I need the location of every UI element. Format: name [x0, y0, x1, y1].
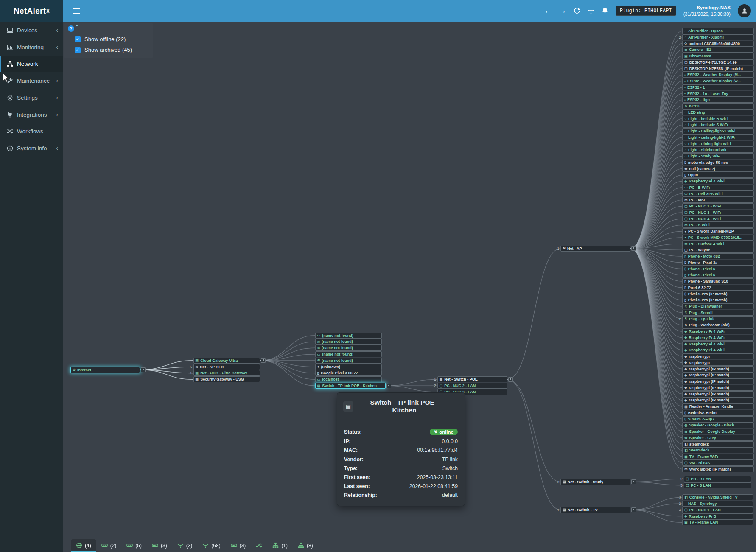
graph-node-rc49[interactable]: ◆Raspberry Pi 4 WiFi: [682, 335, 754, 341]
graph-node-rc46[interactable]: 2↯Plug - Tp-Link: [682, 316, 754, 322]
forward-arrow-icon[interactable]: →: [559, 7, 566, 14]
graph-node-ucg[interactable]: 1▤Net - UCG - Ultra Gateway: [193, 370, 260, 376]
graph-node-rc44[interactable]: ↯Plug - Dishwasher: [682, 303, 754, 309]
graph-node-rc27[interactable]: ▭PC - MSI: [682, 197, 754, 203]
graph-node-nn4[interactable]: ▭(name not found): [315, 351, 382, 357]
graph-node-rc26[interactable]: ▭PC - Dell XPS WiFi: [682, 191, 754, 197]
graph-node-rc62[interactable]: ▯S mum Z-Flip7: [682, 416, 754, 422]
graph-node-nn2[interactable]: ≋(name not found): [315, 339, 382, 345]
show-offline-checkbox[interactable]: ✓ Show offline (22): [75, 36, 150, 42]
sidebar-item-system-info[interactable]: System info‹: [0, 140, 63, 157]
collapse-node-button[interactable]: [631, 246, 636, 251]
graph-node-rc47[interactable]: ↯Plug - Washroom (old): [682, 322, 754, 328]
graph-node-rc64[interactable]: ◍Speaker - Google Display: [682, 429, 754, 434]
sidebar-item-integrations[interactable]: Integrations‹: [0, 106, 63, 123]
graph-node-rc57[interactable]: ◆raspberrypi (IP match): [682, 385, 754, 391]
graph-node-rc40[interactable]: ▯Phone - Samsung S10: [682, 278, 754, 284]
sidebar-item-maintenance[interactable]: Maintenance‹: [0, 72, 63, 89]
graph-node-nuc2[interactable]: 2▢PC - NUC 2 - LAN: [437, 383, 507, 389]
refresh-icon[interactable]: [574, 7, 580, 14]
graph-node-rc54[interactable]: ◆raspberrypi (IP match): [682, 366, 754, 372]
graph-node-localhost[interactable]: ▭localhost: [315, 376, 382, 382]
graph-node-sw-tv[interactable]: 1▤Net - Switch - TV: [560, 507, 630, 513]
graph-node-rc12[interactable]: ↯KP115: [682, 103, 754, 109]
view-tab-sitemap-9[interactable]: (8): [293, 539, 318, 552]
graph-node-rc28[interactable]: ▢PC - NUC 1 - WiFi: [682, 203, 754, 209]
graph-node-rc0[interactable]: ◌Air Purifier - Dyson: [682, 28, 754, 34]
graph-node-rc69[interactable]: ▢VM - NixOS: [682, 460, 754, 466]
collapse-node-button[interactable]: [508, 377, 513, 382]
graph-node-rpi-b[interactable]: ◆Raspberry Pi B: [682, 513, 753, 519]
graph-node-rc4[interactable]: ▣Chromecast: [682, 53, 754, 59]
graph-node-cloud-gw[interactable]: ▤Cloud Gateway Ultra: [193, 358, 260, 364]
graph-node-unknown[interactable]: ●(unknown): [315, 364, 382, 370]
graph-node-rc21[interactable]: ▯motorola-edge-50-neo: [682, 160, 754, 165]
graph-node-ap-old[interactable]: 5≋Net - AP OLD: [193, 364, 260, 370]
graph-node-rc42[interactable]: ▯Pixel-9-Pro (IP match): [682, 291, 754, 297]
graph-node-rc8[interactable]: ▪ESP32 - Weather Display (w...: [682, 78, 754, 84]
graph-node-rc31[interactable]: ▭PC - S WiFi: [682, 222, 754, 228]
graph-node-rc15[interactable]: ◌Light - bedside S WiFi: [682, 122, 754, 128]
graph-node-rc24[interactable]: ◆Raspberry Pi 4 WiFi: [682, 178, 754, 184]
graph-node-rc67[interactable]: ◧Steamdeck: [682, 447, 754, 453]
graph-node-rc38[interactable]: ▯Phone - Pixel 6: [682, 266, 754, 272]
sidebar-item-settings[interactable]: Settings‹: [0, 89, 63, 106]
graph-node-rc35[interactable]: ▢PC - Wayne: [682, 247, 754, 253]
graph-node-rc25[interactable]: ▭PC - B WiFi: [682, 185, 754, 191]
graph-node-rc32[interactable]: ●PC - S work Daniels-MBP: [682, 228, 754, 234]
graph-node-rc63[interactable]: ◍Speaker - Google - Black: [682, 422, 754, 428]
graph-node-nn1[interactable]: ▭(name not found): [315, 333, 382, 339]
graph-node-rc30[interactable]: ▢PC - NUC 4 - WiFi: [682, 216, 754, 222]
graph-node-nn5[interactable]: ≋(name not found): [315, 358, 382, 364]
show-archived-checkbox[interactable]: ✓ Show archived (45): [75, 47, 150, 53]
bell-icon[interactable]: [602, 7, 608, 14]
view-tab-wifi-4[interactable]: (3): [172, 539, 198, 552]
graph-node-nn3[interactable]: ≋(name not found): [315, 345, 382, 351]
graph-node-rc3[interactable]: ◉Camera - E1: [682, 47, 754, 53]
graph-node-net-ap[interactable]: 1≋Net - AP: [560, 246, 630, 252]
graph-node-rc66[interactable]: ◧steamdeck: [682, 441, 754, 447]
graph-node-rc52[interactable]: ◆raspberrypi: [682, 353, 754, 359]
graph-node-usg[interactable]: ▤Security Gateway - USG: [193, 376, 260, 382]
sidebar-item-monitoring[interactable]: Monitoring‹: [0, 39, 63, 56]
graph-node-rc70[interactable]: ▭Work laptop (IP match): [682, 466, 754, 472]
graph-node-rc56[interactable]: ◆raspberrypi (IP match): [682, 378, 754, 384]
graph-node-rc51[interactable]: ◆Raspberry Pi 4 WiFi: [682, 347, 754, 353]
graph-node-rc10[interactable]: ▪ESP32 - 1n - Laser Toy: [682, 91, 754, 97]
collapse-node-button[interactable]: [261, 358, 266, 363]
sidebar-item-network[interactable]: Network: [0, 56, 63, 72]
graph-node-rc18[interactable]: ◌Light - Dining light WiFi: [682, 141, 754, 147]
graph-node-rc6[interactable]: ▢DESKTOP-N7E55N (IP match): [682, 66, 754, 72]
graph-node-rc19[interactable]: ◌Light - Sideboard WiFi: [682, 147, 754, 153]
sidebar-item-workflows[interactable]: Workflows: [0, 123, 63, 140]
graph-node-rc58[interactable]: ◆raspberrypi (IP match): [682, 391, 754, 397]
graph-node-rc2[interactable]: ◇android-C8G08b93c00b4690: [682, 41, 754, 47]
graph-node-rc53[interactable]: ◆raspberrypi: [682, 360, 754, 366]
graph-node-rc68[interactable]: ▣TV - Frame WiFi: [682, 454, 754, 460]
view-tab-globe-0[interactable]: (4): [71, 539, 96, 552]
graph-node-rc14[interactable]: ◌Light - bedside B WiFi: [682, 116, 754, 122]
graph-node-rc1[interactable]: 2◌Air Purifier - Xiaomi: [682, 34, 754, 40]
graph-node-rc55[interactable]: ◆raspberrypi (IP match): [682, 372, 754, 378]
graph-node-rc59[interactable]: ◆raspberrypi (IP match): [682, 397, 754, 403]
graph-node-sw-study[interactable]: 3▤Net - Switch - Study: [560, 479, 630, 485]
graph-node-rc41[interactable]: ▯Pixel-6 82:72: [682, 285, 754, 291]
graph-node-nas[interactable]: 2≡NAS - Synology: [682, 501, 753, 507]
view-tab-shuffle-7[interactable]: [251, 539, 267, 552]
graph-node-rc20[interactable]: ◌Light - Study WiFi: [682, 153, 754, 159]
graph-node-rc39[interactable]: ▯Phone - Pixel 6: [682, 272, 754, 278]
view-tab-switch-6[interactable]: (3): [226, 539, 251, 552]
graph-node-rc13[interactable]: ◌LED strip: [682, 109, 754, 115]
collapse-node-button[interactable]: [386, 384, 391, 388]
view-tab-wifi-5[interactable]: (68): [197, 539, 225, 552]
graph-node-rc16[interactable]: ◌Light - Ceiling-light-1 WiFi: [682, 128, 754, 134]
collapse-node-button[interactable]: [631, 507, 636, 512]
view-tab-switch-3[interactable]: (3): [147, 539, 172, 552]
view-tab-switch-2[interactable]: (5): [121, 539, 147, 552]
graph-node-rc36[interactable]: ▯Phone - Moto g82: [682, 253, 754, 259]
user-avatar[interactable]: [738, 4, 751, 17]
view-tab-sitemap-8[interactable]: (1): [267, 539, 293, 552]
collapse-node-button[interactable]: [141, 367, 146, 372]
graph-node-internet[interactable]: ⊕Internet: [70, 367, 140, 373]
sidebar-toggle-button[interactable]: [73, 8, 80, 14]
